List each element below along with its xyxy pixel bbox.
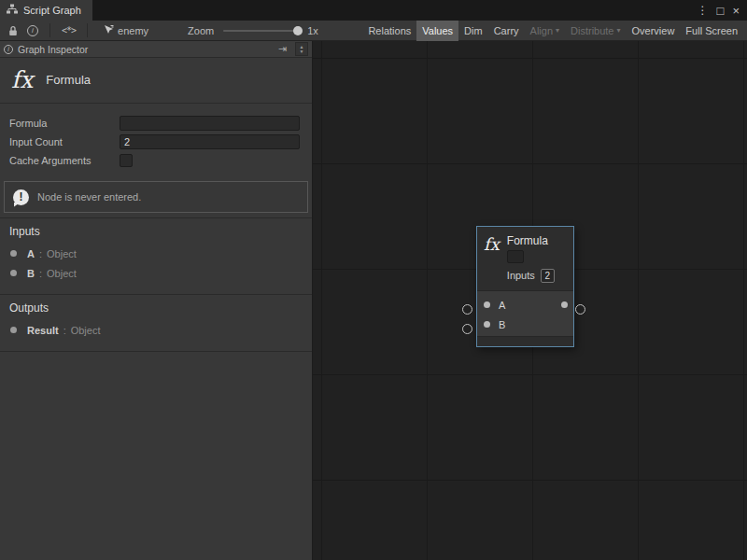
info-toggle-button[interactable]: i [22, 21, 43, 40]
toolbar-button-align[interactable]: Align ▾ [525, 21, 565, 41]
port-row-a: A [477, 295, 573, 315]
zoom-value: 1x [307, 25, 318, 36]
toolbar-separator [49, 23, 50, 37]
outputs-section: Outputs Result : Object [0, 294, 312, 346]
port-row-b: B [477, 315, 573, 334]
pin-type: Object [47, 268, 77, 279]
toolbar-button-overview[interactable]: Overview [627, 21, 681, 41]
toolbar-button-values[interactable]: Values [416, 21, 458, 41]
cache-arguments-checkbox[interactable] [120, 154, 133, 167]
node-formula-input[interactable] [507, 250, 524, 263]
input-pin-row-a: A : Object [0, 244, 312, 263]
graph-inspector-header: i Graph Inspector ⇥ ▲ ▼ [0, 41, 312, 58]
input-pin-row-b: B : Object [0, 263, 312, 283]
cache-arguments-field-row: Cache Arguments [9, 151, 300, 170]
pin-separator: : [39, 268, 42, 279]
port-dot-icon [10, 250, 17, 257]
tab-script-graph[interactable]: Script Graph [0, 0, 92, 21]
outputs-section-header: Outputs [0, 297, 312, 320]
window-tab-bar: Script Graph ⋮ □ × [0, 0, 747, 21]
input-count-label: Input Count [9, 136, 120, 147]
graph-inspector-title: Graph Inspector [18, 44, 270, 55]
toolbar-button-relations[interactable]: Relations [362, 21, 416, 41]
code-view-button[interactable]: <*> [57, 21, 80, 40]
window-menu-icon[interactable]: ⋮ [698, 4, 709, 17]
script-graph-window: Script Graph ⋮ □ × i <*> [0, 0, 747, 560]
pin-name: A [27, 248, 35, 259]
script-graph-icon [7, 4, 18, 17]
output-pin-row-result: Result : Object [0, 320, 312, 340]
unit-header: fx Formula [0, 58, 312, 104]
node-inputs-row: Inputs 2 [507, 268, 555, 283]
cache-arguments-label: Cache Arguments [9, 155, 120, 166]
toolbar-separator [87, 23, 88, 37]
chevron-down-icon: ▾ [617, 26, 621, 35]
pin-name: B [27, 268, 35, 279]
code-icon: <*> [62, 25, 76, 35]
graph-toolbar: i <*> enemy Zoom 1x Relations Values Dim… [0, 21, 747, 41]
info-icon: i [27, 25, 38, 36]
node-input-count-field[interactable]: 2 [541, 269, 555, 283]
graph-pointer-icon [104, 24, 114, 36]
formula-node[interactable]: fx Formula Inputs 2 A [476, 226, 574, 347]
zoom-slider-knob[interactable] [293, 26, 303, 35]
port-label-b: B [499, 319, 505, 330]
unit-title: Formula [46, 73, 91, 87]
toolbar-button-distribute-label: Distribute [571, 25, 613, 36]
graph-inspector-panel: i Graph Inspector ⇥ ▲ ▼ fx Formula Formu… [0, 41, 313, 560]
zoom-slider[interactable] [223, 30, 300, 32]
toolbar-button-carry[interactable]: Carry [488, 21, 525, 41]
output-socket-result-icon[interactable] [575, 304, 585, 315]
section-end-divider [0, 351, 312, 354]
inputs-section-header: Inputs [0, 220, 312, 244]
formula-node-footer [477, 336, 573, 346]
inputs-section: Inputs A : Object B : Object [0, 217, 312, 289]
window-controls: ⋮ □ × [698, 0, 747, 21]
input-socket-b-icon[interactable] [462, 324, 472, 334]
port-label-a: A [499, 300, 505, 311]
formula-node-header[interactable]: fx Formula Inputs 2 [477, 227, 573, 290]
port-dot-icon [10, 270, 17, 276]
formula-node-ports: A B [477, 290, 573, 336]
formula-field-row: Formula [9, 114, 300, 133]
tab-label: Script Graph [23, 5, 81, 16]
lock-icon[interactable] [4, 21, 22, 40]
formula-input[interactable] [120, 116, 300, 131]
zoom-label: Zoom [188, 25, 214, 36]
input-port-a-icon[interactable] [484, 301, 490, 308]
warning-text: Node is never entered. [37, 191, 141, 203]
close-icon[interactable]: × [732, 4, 740, 18]
pin-type: Object [47, 248, 77, 259]
output-port-result-icon[interactable] [561, 301, 568, 308]
formula-field-label: Formula [9, 118, 120, 129]
dock-icon[interactable]: ⇥ [275, 43, 290, 55]
toolbar-button-distribute[interactable]: Distribute ▾ [565, 21, 626, 41]
input-port-b-icon[interactable] [484, 321, 490, 328]
input-socket-a-icon[interactable] [462, 304, 472, 315]
scroll-down-icon[interactable]: ▼ [300, 49, 304, 54]
graph-target[interactable]: enemy [104, 24, 148, 36]
pin-type: Object [71, 325, 101, 336]
chevron-down-icon: ▾ [556, 26, 559, 35]
input-count-field-row: Input Count [9, 133, 300, 151]
warning-icon: ! [13, 189, 29, 205]
formula-fx-icon: fx [484, 234, 500, 283]
maximize-icon[interactable]: □ [717, 4, 725, 18]
unit-fields: Formula Input Count Cache Arguments [0, 104, 312, 170]
panel-scroller[interactable]: ▲ ▼ [295, 42, 308, 56]
pin-separator: : [63, 325, 66, 336]
port-dot-icon [10, 327, 17, 333]
warning-box: ! Node is never entered. [4, 181, 308, 213]
formula-fx-icon: fx [11, 68, 33, 91]
toolbar-button-dim[interactable]: Dim [458, 21, 488, 41]
input-count-input[interactable] [120, 134, 300, 149]
info-icon: i [4, 45, 13, 54]
pin-separator: : [39, 248, 42, 259]
formula-node-title: Formula [507, 234, 555, 249]
graph-target-label: enemy [118, 25, 148, 36]
toolbar-button-fullscreen[interactable]: Full Screen [680, 21, 743, 41]
toolbar-button-align-label: Align [530, 25, 553, 36]
pin-name: Result [27, 325, 59, 336]
node-inputs-label: Inputs [507, 270, 535, 281]
graph-canvas[interactable]: fx Formula Inputs 2 A [313, 41, 747, 560]
